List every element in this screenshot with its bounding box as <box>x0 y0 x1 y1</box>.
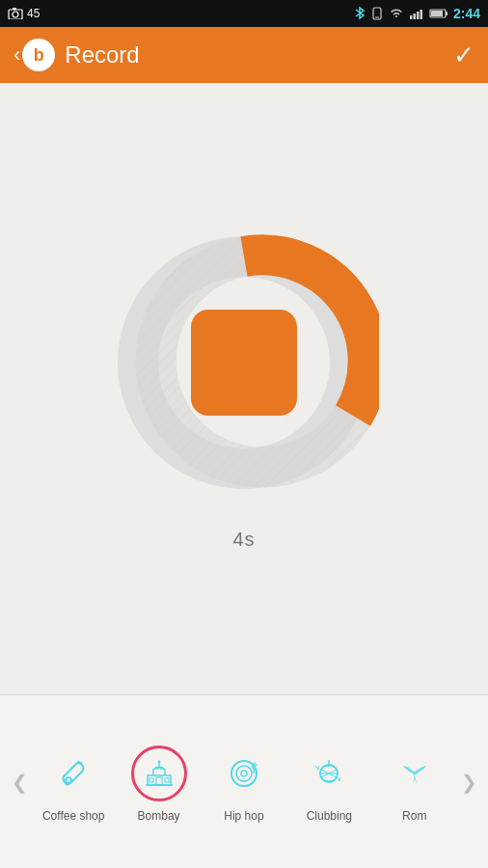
music-item-rom[interactable]: Rom <box>380 746 449 823</box>
app-title: Record <box>65 41 139 68</box>
status-left: 45 <box>8 7 40 20</box>
svg-rect-5 <box>410 15 413 19</box>
rom-label: Rom <box>402 809 426 823</box>
svg-point-25 <box>236 766 252 781</box>
prev-arrow-button[interactable]: ❮ <box>8 771 31 794</box>
bird-icon <box>397 756 432 791</box>
hip-hop-label: Hip hop <box>224 809 263 823</box>
wifi-icon <box>389 8 404 19</box>
svg-point-1 <box>13 12 18 17</box>
hip-hop-icon-wrap <box>216 746 272 801</box>
notification-count: 45 <box>27 7 40 20</box>
screenshot-icon <box>8 8 23 19</box>
status-right: 2:44 <box>354 6 480 21</box>
app-bar-left: ‹ b Record <box>14 39 140 71</box>
building-icon <box>142 756 176 791</box>
music-item-coffee-shop[interactable]: Coffee shop <box>39 746 108 823</box>
svg-point-14 <box>66 777 71 783</box>
rom-icon-wrap <box>387 746 443 801</box>
coffee-shop-label: Coffee shop <box>42 809 105 823</box>
status-time: 2:44 <box>453 6 480 21</box>
next-arrow-button[interactable]: ❯ <box>457 771 480 794</box>
vinyl-icon <box>227 756 261 791</box>
main-content: 4s <box>0 83 488 694</box>
app-logo: b <box>22 39 55 71</box>
stop-record-button[interactable] <box>191 310 297 416</box>
guitar-icon <box>56 756 91 791</box>
record-ring-container <box>109 228 379 498</box>
coffee-shop-icon-wrap <box>45 746 101 801</box>
app-bar: ‹ b Record ✓ <box>0 27 488 83</box>
svg-rect-2 <box>13 8 16 10</box>
battery-icon <box>429 8 448 19</box>
music-items-row: ❮ Coffee shop <box>0 738 488 827</box>
bombay-icon-wrap <box>131 746 187 801</box>
svg-rect-6 <box>413 14 416 19</box>
timer-display: 4s <box>232 529 255 551</box>
logo-letter: b <box>34 45 44 66</box>
music-items-list: Coffee shop <box>31 738 457 827</box>
confirm-button[interactable]: ✓ <box>453 41 474 70</box>
svg-rect-21 <box>149 778 153 782</box>
svg-rect-22 <box>165 778 169 782</box>
music-item-bombay[interactable]: Bombay <box>124 746 194 823</box>
svg-rect-20 <box>156 777 162 785</box>
disco-icon <box>312 756 346 791</box>
clubbing-label: Clubbing <box>307 809 352 823</box>
svg-line-16 <box>78 762 82 763</box>
phone-icon <box>370 7 384 20</box>
music-item-clubbing[interactable]: Clubbing <box>294 746 364 823</box>
bluetooth-icon <box>354 6 366 21</box>
svg-rect-11 <box>431 11 443 16</box>
svg-rect-8 <box>420 10 422 19</box>
svg-point-19 <box>157 760 160 763</box>
svg-rect-10 <box>446 12 447 15</box>
music-selector: ❮ Coffee shop <box>0 694 488 868</box>
bombay-label: Bombay <box>138 809 180 823</box>
svg-rect-7 <box>417 12 420 19</box>
status-bar: 45 2:44 <box>0 0 488 27</box>
signal-icon <box>409 8 424 19</box>
music-item-hip-hop[interactable]: Hip hop <box>209 746 279 823</box>
clubbing-icon-wrap <box>301 746 357 801</box>
back-chevron-icon[interactable]: ‹ <box>14 42 20 68</box>
svg-point-26 <box>241 771 247 776</box>
